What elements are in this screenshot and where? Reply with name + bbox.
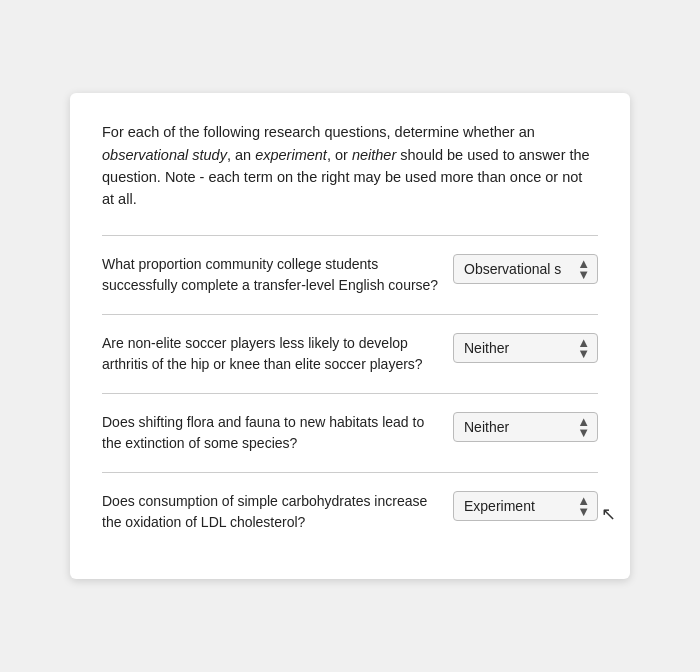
select-wrapper-4: Observational sExperimentNeither▲▼↖ xyxy=(453,491,598,521)
instructions-text: For each of the following research quest… xyxy=(102,121,598,211)
question-row-2: Are non-elite soccer players less likely… xyxy=(102,315,598,394)
question-text-1: What proportion community college studen… xyxy=(102,254,453,296)
question-text-3: Does shifting flora and fauna to new hab… xyxy=(102,412,453,454)
select-wrapper-1: Observational sExperimentNeither▲▼ xyxy=(453,254,598,284)
question-row-3: Does shifting flora and fauna to new hab… xyxy=(102,394,598,473)
answer-select-4[interactable]: Observational sExperimentNeither xyxy=(453,491,598,521)
question-text-4: Does consumption of simple carbohydrates… xyxy=(102,491,453,533)
select-wrapper-2: Observational sExperimentNeither▲▼ xyxy=(453,333,598,363)
main-card: For each of the following research quest… xyxy=(70,93,630,579)
question-row-1: What proportion community college studen… xyxy=(102,236,598,315)
question-text-2: Are non-elite soccer players less likely… xyxy=(102,333,453,375)
cursor-icon: ↖ xyxy=(601,503,616,525)
questions-container: What proportion community college studen… xyxy=(102,236,598,551)
answer-select-3[interactable]: Observational sExperimentNeither xyxy=(453,412,598,442)
select-wrapper-3: Observational sExperimentNeither▲▼ xyxy=(453,412,598,442)
answer-select-2[interactable]: Observational sExperimentNeither xyxy=(453,333,598,363)
question-row-4: Does consumption of simple carbohydrates… xyxy=(102,473,598,551)
answer-select-1[interactable]: Observational sExperimentNeither xyxy=(453,254,598,284)
